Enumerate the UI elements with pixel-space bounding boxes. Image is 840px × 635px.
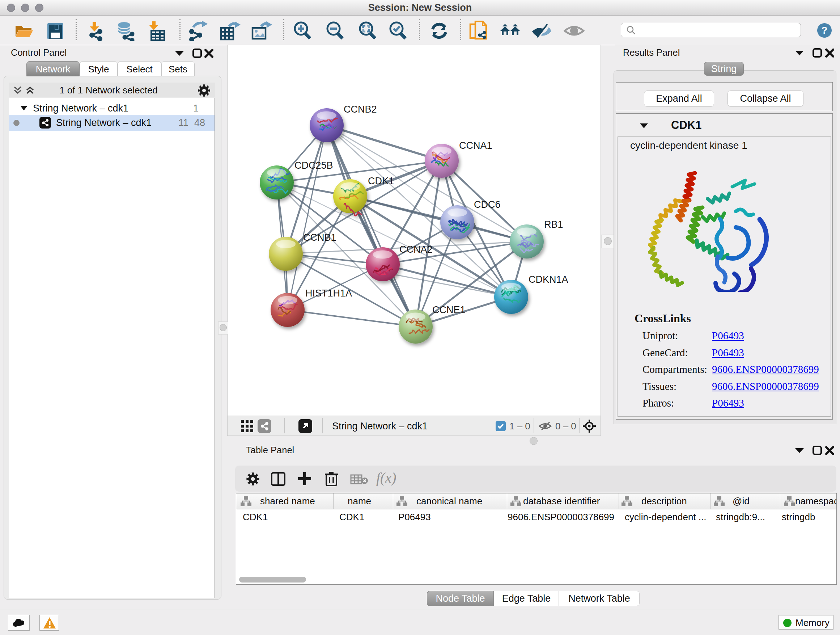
svg-text:?: ? [821, 25, 828, 36]
svg-text:CCNB1: CCNB1 [303, 232, 336, 243]
svg-text:CCNE1: CCNE1 [432, 304, 466, 315]
svg-text:CDC25B: CDC25B [294, 160, 333, 171]
svg-text:CCNA2: CCNA2 [399, 244, 433, 255]
svg-text:RB1: RB1 [544, 219, 563, 230]
svg-text:CDK1: CDK1 [368, 176, 394, 187]
svg-text:HIST1H1A: HIST1H1A [305, 288, 352, 299]
svg-text:CCNA1: CCNA1 [459, 140, 493, 151]
svg-text:CDC6: CDC6 [474, 199, 501, 210]
svg-text:CDKN1A: CDKN1A [529, 274, 568, 285]
svg-text:CCNB2: CCNB2 [344, 104, 377, 115]
